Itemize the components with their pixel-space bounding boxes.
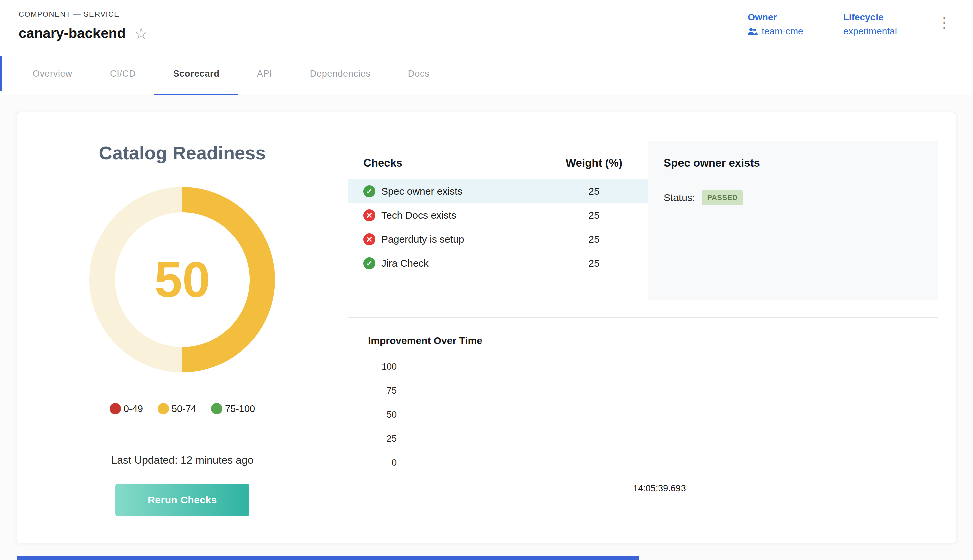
owner-label: Owner [748,12,803,23]
check-weight-value: 25 [556,185,633,197]
check-weight-value: 25 [556,258,633,269]
legend-label-low: 0-49 [124,403,143,415]
check-name-label: Spec owner exists [381,185,462,197]
lifecycle-block: Lifecycle experimental [843,12,897,37]
tab-docs[interactable]: Docs [389,53,449,95]
check-name-label: Pagerduty is setup [381,233,464,245]
check-row[interactable]: Spec owner exists 25 [348,179,648,203]
check-passed-icon [363,185,375,197]
kebab-menu-icon[interactable]: ⋮ [937,12,951,30]
check-row[interactable]: Pagerduty is setup 25 [348,227,648,251]
score-summary: Catalog Readiness 50 0-49 50-74 75-100 [17,132,347,523]
entity-header-meta: Owner team-cme Lifecycle experimental ⋮ [748,10,954,37]
legend-item-low: 0-49 [110,403,143,415]
check-failed-icon [363,233,375,245]
check-failed-icon [363,209,375,221]
checks-table-header: Checks Weight (%) [348,157,648,169]
legend-item-high: 75-100 [211,403,255,415]
owner-value: team-cme [762,26,803,37]
legend-dot-red [110,403,121,415]
chart-y-axis: 100 75 50 25 0 [368,362,401,468]
legend-item-mid: 50-74 [158,403,196,415]
page-title: canary-backend [19,25,125,42]
check-status-row: Status: PASSED [664,190,921,205]
bottom-accent-bar [17,556,639,560]
chart-plot-area [401,362,918,468]
checks-header-weight: Weight (%) [556,157,633,169]
scorecard-page: Catalog Readiness 50 0-49 50-74 75-100 [0,95,973,560]
chart-title: Improvement Over Time [368,335,918,347]
check-weight-value: 25 [556,233,633,245]
favorite-star-icon[interactable]: ☆ [134,26,148,41]
lifecycle-label: Lifecycle [843,12,897,23]
scorecard-title: Catalog Readiness [98,142,266,163]
rerun-checks-button[interactable]: Rerun Checks [115,483,249,516]
checks-column: Checks Weight (%) Spec owner exists 25 [347,141,938,523]
check-name-label: Tech Docs exists [381,210,456,221]
entity-kind-eyebrow: COMPONENT — SERVICE [19,10,148,19]
y-tick: 75 [387,386,397,396]
tab-overview[interactable]: Overview [14,53,91,95]
checks-header-name: Checks [363,157,556,169]
y-tick: 25 [387,433,397,444]
status-badge: PASSED [701,190,743,205]
tab-api[interactable]: API [239,53,291,95]
lifecycle-value: experimental [843,26,897,37]
x-tick: 14:05:39.693 [633,483,686,493]
legend-dot-yellow [158,403,169,415]
checks-panel: Checks Weight (%) Spec owner exists 25 [347,141,938,300]
check-name-label: Jira Check [381,258,429,269]
check-passed-icon [363,257,375,269]
improvement-chart-panel: Improvement Over Time 100 75 50 25 0 14:… [347,317,938,507]
score-legend: 0-49 50-74 75-100 [110,403,255,415]
entity-tabs: Overview CI/CD Scorecard API Dependencie… [0,53,973,95]
check-detail-title: Spec owner exists [664,157,921,169]
entity-header-left: COMPONENT — SERVICE canary-backend ☆ [19,10,148,42]
tab-dependencies[interactable]: Dependencies [291,53,389,95]
scorecard-card: Catalog Readiness 50 0-49 50-74 75-100 [17,112,956,543]
legend-dot-green [211,403,222,415]
tab-scorecard[interactable]: Scorecard [154,53,238,95]
y-tick: 0 [392,458,397,468]
score-gauge-center: 50 [115,212,250,347]
people-icon [748,27,758,35]
tab-cicd[interactable]: CI/CD [91,53,155,95]
entity-header: COMPONENT — SERVICE canary-backend ☆ Own… [0,0,973,53]
status-label: Status: [664,192,695,203]
owner-block: Owner team-cme [748,12,803,37]
owner-link[interactable]: team-cme [748,26,803,37]
check-row[interactable]: Jira Check 25 [348,251,648,275]
chart-x-axis: 14:05:39.693 [401,483,918,493]
y-tick: 50 [387,410,397,420]
check-row[interactable]: Tech Docs exists 25 [348,203,648,227]
score-value: 50 [155,251,210,309]
checks-table: Checks Weight (%) Spec owner exists 25 [348,141,648,300]
chart-body: 100 75 50 25 0 [368,362,918,468]
last-updated-text: Last Updated: 12 minutes ago [111,454,254,466]
y-tick: 100 [382,362,397,372]
check-detail-panel: Spec owner exists Status: PASSED [648,141,938,300]
legend-label-mid: 50-74 [172,403,196,415]
score-gauge: 50 [90,187,275,372]
legend-label-high: 75-100 [225,403,255,415]
check-weight-value: 25 [556,210,633,221]
